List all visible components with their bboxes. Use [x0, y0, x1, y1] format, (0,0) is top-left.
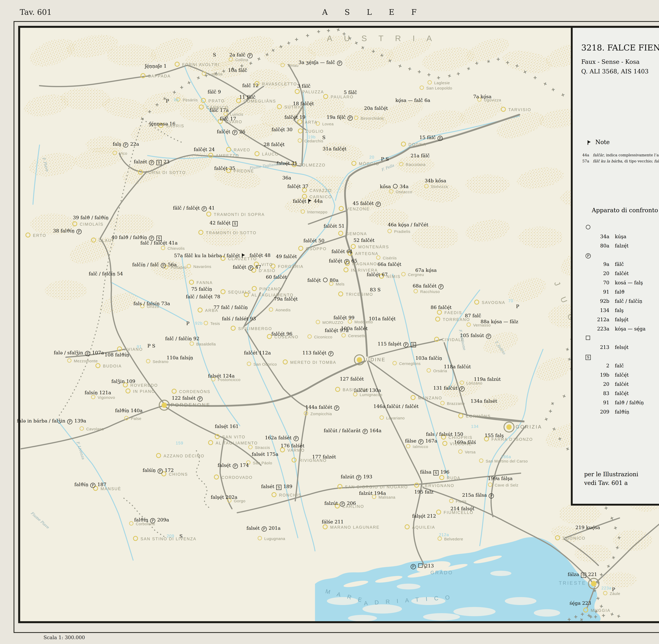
place-name: TARVISIO — [508, 108, 531, 112]
dialect-form-label: 144a falčét P — [305, 405, 340, 411]
place-name: PALUZZA — [302, 90, 324, 94]
dialect-form-label: falč 12 — [242, 83, 258, 88]
dialect-form-label: P — [516, 304, 519, 309]
place-name: Mels — [336, 282, 344, 286]
place-name: Malisana — [379, 495, 395, 500]
river-name: F. Piave — [42, 157, 49, 172]
dialect-form-label: 83 S — [370, 287, 381, 292]
place-name: ÚDINE — [366, 357, 386, 363]
place-name: Poffabro — [171, 265, 187, 270]
boxed-s-symbol: S — [581, 573, 586, 578]
dialect-form-label: 2a falč P — [229, 52, 253, 58]
place-name: MORUZZO — [322, 320, 343, 325]
place-name: Lugugnana — [264, 536, 285, 541]
dialect-form-label: falčę́t 37 — [287, 184, 309, 189]
dialect-form-label: 46a kǫ́şa / falᵗčét — [388, 222, 428, 227]
circled-p-symbol: P — [294, 436, 299, 441]
dialect-form-label: fālsa S 196 — [420, 469, 450, 476]
place-name: GORIZIA — [516, 424, 542, 430]
place-name: CHIOPRIS — [449, 435, 473, 440]
place-name: VISCONE — [450, 441, 472, 446]
place-name: AL TAGLIAMENTO — [251, 293, 294, 298]
place-name: VITO — [262, 262, 273, 267]
place-name: Cedarchis — [304, 139, 323, 143]
place-name: AMPEZZO — [216, 154, 239, 158]
place-name: MAGNANO — [352, 262, 377, 267]
locality-number: 20 — [369, 155, 374, 160]
place-name: Straccis — [255, 445, 270, 450]
dialect-form-label: śę́ga 223 — [569, 600, 591, 606]
dialect-form-label: falsét S 189 — [261, 484, 292, 490]
dialect-form-label: falč / falčę́t 41a — [140, 240, 178, 246]
dialect-form-label: 122 falsét P — [172, 395, 203, 401]
dialect-form-label: 199a fálşa — [488, 476, 513, 481]
dialect-form-label: 77 falč / falčíņ — [213, 305, 248, 310]
place-name: Oseacco — [396, 190, 412, 194]
place-name: SPILIMBERGO — [238, 326, 272, 331]
circled-p-symbol: P — [334, 406, 339, 411]
dialect-form-label: 118a falčút — [444, 364, 471, 369]
locality-number: 209 — [167, 534, 174, 538]
circled-p-symbol: P — [248, 265, 253, 271]
place-name: AZZANO DÉCIMO — [163, 454, 204, 458]
place-name: Belvedere — [444, 537, 463, 541]
dialect-form-label: 3a ʒę́nʃa — falč P — [298, 60, 343, 66]
dialect-form-label: 5 fālč — [344, 90, 357, 95]
place-name: VENZONE — [346, 207, 370, 211]
dialect-form-label: ʃę́ṇṇaʃe 1 — [145, 63, 166, 69]
place-name: CARNICO — [310, 194, 332, 199]
place-name: San Odorico — [253, 362, 277, 367]
circled-p-symbol: P — [262, 526, 267, 532]
circled-p-symbol: P — [356, 475, 361, 480]
locality-number: 9a — [174, 97, 179, 102]
flag-symbol — [308, 199, 312, 204]
dialect-form-label: 195 falz — [414, 489, 433, 495]
dialect-form-label: falčę́t 30 — [272, 127, 293, 132]
dialect-form-label: 219 kuǫ́sa — [575, 525, 600, 530]
place-name: Ceresetto — [348, 334, 366, 338]
dialect-form-label: falǝ in bárba / falǯin P 139a — [17, 418, 86, 424]
place-name: Ludária — [208, 72, 223, 76]
place-name: Stolvizza — [431, 184, 448, 189]
adriatico-label: ADRIATICO — [364, 594, 457, 606]
place-name: RAVEO — [234, 147, 250, 152]
place-name: CLAUT — [98, 238, 115, 243]
dialect-form-label: falsét 175a — [252, 452, 278, 457]
dialect-form-label: falčíņ / falč P 56a — [132, 262, 177, 268]
circled-p-symbol: P — [344, 259, 349, 264]
dialect-form-label: 20a falčę́t — [364, 106, 388, 111]
dialect-form-label: 21a fālč — [411, 153, 430, 158]
dialect-form-label: fálśe 211 — [322, 519, 344, 525]
place-name: IN RIVIERA — [351, 268, 378, 273]
place-name: MARANO LAGUNARE — [330, 525, 380, 530]
dialect-form-label: P — [612, 586, 615, 592]
place-name: MANSUÈ — [100, 486, 121, 491]
dialect-form-label: 28 falčę́t — [264, 142, 285, 147]
place-name: Vernasso — [473, 323, 491, 327]
place-name: Aonedis — [275, 308, 291, 312]
place-name: TRAMONTI DI SOPRA — [214, 212, 265, 217]
dialect-form-label: 134a falsét — [471, 398, 497, 404]
place-name: FORGÁRIA — [278, 264, 303, 269]
dialect-form-label: fālč 9 — [208, 89, 221, 94]
place-name: CARLINO — [342, 504, 364, 509]
dialect-form-label: fālse P 167a — [405, 438, 437, 444]
place-name: Raccolana — [406, 162, 426, 167]
locality-number: 223a — [601, 586, 612, 591]
dialect-form-label: 45 falčét P — [353, 201, 381, 207]
place-name: SEQUALS — [228, 290, 251, 295]
dialect-form-label: 31a falčę́t — [323, 146, 346, 152]
boxed-s-symbol: S — [411, 342, 416, 347]
circled-p-symbol: P — [486, 334, 491, 339]
place-name: Ciconicco — [314, 335, 333, 339]
circled-p-symbol: P — [158, 468, 163, 474]
place-name: AL TAGLIAMENTO — [215, 441, 258, 445]
dialect-form-label: falčę́t P 26 — [217, 129, 245, 135]
circled-p-symbol: P — [403, 342, 408, 347]
locality-number: 70 — [508, 299, 513, 303]
place-name: Grizzo — [147, 304, 159, 309]
dialect-form-label: falčę́t 35 — [214, 165, 235, 171]
place-name: GEMONA — [346, 231, 367, 236]
place-name: SAPPADA — [148, 74, 171, 78]
place-name: TRIESTE — [559, 580, 586, 586]
